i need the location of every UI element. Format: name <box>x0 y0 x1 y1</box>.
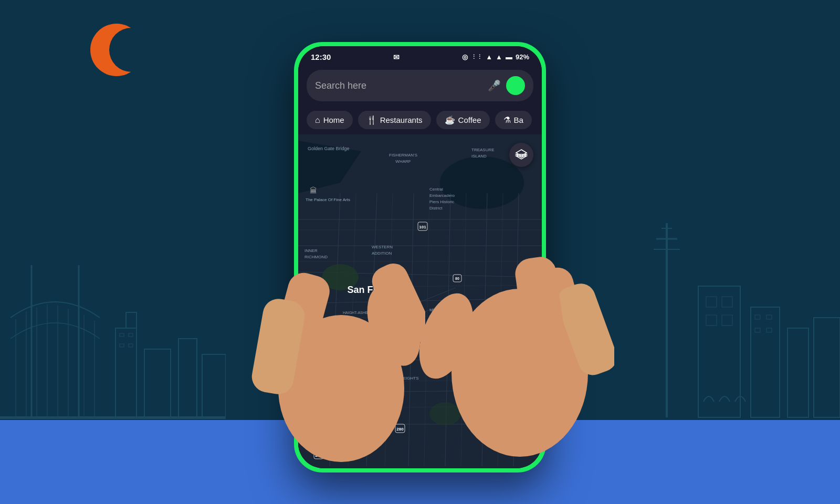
svg-rect-20 <box>120 344 124 347</box>
right-skyline <box>614 223 840 423</box>
coffee-icon: ☕ <box>445 115 455 125</box>
left-skyline <box>0 223 226 423</box>
svg-rect-30 <box>722 315 732 326</box>
chip-coffee[interactable]: ☕ Coffee <box>436 111 490 129</box>
svg-text:TREASURE: TREASURE <box>471 148 495 152</box>
svg-rect-26 <box>698 286 740 417</box>
chip-restaurants-label: Restaurants <box>380 116 423 124</box>
microphone-icon[interactable]: 🎤 <box>488 79 501 92</box>
battery-percent: 92% <box>516 53 529 61</box>
home-icon: ⌂ <box>315 116 320 125</box>
svg-rect-18 <box>120 333 124 337</box>
chip-home[interactable]: ⌂ Home <box>307 111 353 129</box>
svg-rect-31 <box>751 307 780 417</box>
phone: 12:30 ✉ ◎ ⋮⋮ ▲ ▲ ▬ 92% Search here 🎤 <box>289 42 551 472</box>
svg-rect-34 <box>755 315 760 319</box>
svg-rect-32 <box>788 328 808 417</box>
chip-bars[interactable]: ⚗ Ba <box>495 111 532 129</box>
bars-icon: ⚗ <box>503 115 511 125</box>
restaurants-icon: 🍴 <box>366 115 377 125</box>
vibrate-icon: ⋮⋮ <box>471 54 482 60</box>
hand-right <box>415 189 614 494</box>
svg-text:FISHERMAN'S: FISHERMAN'S <box>389 153 417 158</box>
chip-coffee-label: Coffee <box>458 116 481 124</box>
svg-rect-28 <box>722 297 732 307</box>
hand-left <box>247 168 425 483</box>
chip-restaurants[interactable]: 🍴 Restaurants <box>358 111 431 129</box>
svg-rect-13 <box>116 328 136 417</box>
layer-toggle-button[interactable] <box>509 143 533 167</box>
svg-text:WHARF: WHARF <box>395 159 411 164</box>
chip-home-label: Home <box>323 116 344 124</box>
profile-dot[interactable] <box>506 76 525 95</box>
svg-rect-16 <box>178 339 197 417</box>
svg-rect-27 <box>706 297 717 307</box>
search-bar[interactable]: Search here 🎤 <box>307 70 533 101</box>
moon-icon <box>84 21 142 79</box>
status-bar: 12:30 ✉ ◎ ⋮⋮ ▲ ▲ ▬ 92% <box>298 46 542 66</box>
search-placeholder[interactable]: Search here <box>315 80 482 91</box>
wifi-icon: ▲ <box>486 53 492 61</box>
signal-icon: ▲ <box>496 53 502 61</box>
svg-rect-35 <box>766 315 772 319</box>
svg-rect-36 <box>755 328 760 332</box>
status-time: 12:30 <box>311 52 331 61</box>
gmail-icon: ✉ <box>393 53 400 61</box>
svg-rect-14 <box>126 312 136 328</box>
battery-icon: ▬ <box>506 53 512 61</box>
search-container: Search here 🎤 <box>298 66 542 107</box>
svg-rect-19 <box>129 333 133 337</box>
svg-rect-15 <box>144 349 171 417</box>
chips-container: ⌂ Home 🍴 Restaurants ☕ Coffee ⚗ Ba <box>298 107 542 134</box>
svg-rect-17 <box>202 354 226 417</box>
chip-bars-label: Ba <box>514 116 523 124</box>
svg-rect-33 <box>814 318 840 417</box>
svg-rect-21 <box>129 344 133 347</box>
location-icon: ◎ <box>462 53 468 61</box>
svg-text:Golden Gate Bridge: Golden Gate Bridge <box>308 146 350 151</box>
svg-rect-37 <box>766 328 772 332</box>
svg-text:ISLAND: ISLAND <box>471 154 487 159</box>
svg-rect-29 <box>706 315 717 326</box>
status-icons: ◎ ⋮⋮ ▲ ▲ ▬ 92% <box>462 53 529 61</box>
